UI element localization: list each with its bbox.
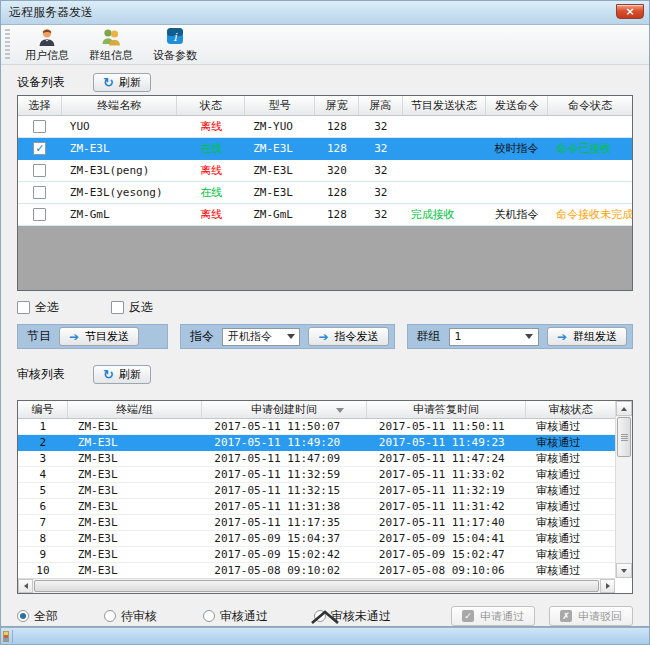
audit-table-row[interactable]: 5 ZM-E3L 2017-05-11 11:32:15 2017-05-11 … [18, 483, 615, 499]
status-chip-icon [3, 631, 9, 642]
audit-table-row[interactable]: 4 ZM-E3L 2017-05-11 11:32:59 2017-05-11 … [18, 467, 615, 483]
col-terminal-group[interactable]: 终端/组 [68, 401, 203, 418]
device-table-header: 选择 终端名称 状态 型号 屏宽 屏高 节目发送状态 发送命令 命令状态 [18, 96, 632, 116]
audit-table-row[interactable]: 9 ZM-E3L 2017-05-09 15:02:42 2017-05-09 … [18, 547, 615, 563]
approve-request-label: 申请通过 [480, 609, 524, 624]
device-table-row[interactable]: ZM-E3L(yesong) 在线 ZM-E3L 128 32 [18, 182, 632, 204]
collapse-chevron[interactable] [309, 610, 341, 628]
device-screen-height: 32 [359, 182, 403, 203]
device-status: 在线 [177, 182, 245, 203]
audit-table-row[interactable]: 7 ZM-E3L 2017-05-11 11:17:35 2017-05-11 … [18, 515, 615, 531]
triangle-up-icon [621, 407, 627, 411]
filter-all-radio[interactable]: 全部 [17, 608, 58, 625]
audit-table-row[interactable]: 1 ZM-E3L 2017-05-11 11:50:07 2017-05-11 … [18, 419, 615, 435]
reject-request-button[interactable]: ✗ 申请驳回 [549, 606, 633, 626]
scroll-up-button[interactable] [616, 401, 632, 416]
invert-selection-checkbox[interactable]: 反选 [111, 299, 153, 316]
group-panel: 群组 1 ➔ 群组发送 [407, 324, 633, 349]
title-bar[interactable]: 远程服务器发送 × [1, 1, 649, 25]
device-table-body: YUO 离线 ZM-YUO 128 32 ZM-E3L 在线 ZM [18, 116, 632, 226]
device-refresh-button[interactable]: ↻ 刷新 [93, 73, 151, 92]
audit-terminal: ZM-E3L [68, 547, 203, 562]
audit-number: 1 [18, 419, 68, 434]
invert-selection-label: 反选 [129, 299, 153, 316]
device-table-row[interactable]: ZM-E3L 在线 ZM-E3L 128 32 校时指令 命令已接收 [18, 138, 632, 160]
audit-created-time: 2017-05-11 11:31:38 [202, 499, 366, 514]
refresh-icon: ↻ [103, 76, 114, 89]
command-panel: 指令 开机指令 ➔ 指令发送 [180, 324, 395, 349]
audit-terminal: ZM-E3L [68, 467, 203, 482]
filter-approved-radio[interactable]: 审核通过 [203, 608, 268, 625]
device-model: ZM-E3L [245, 160, 315, 181]
device-command-status [548, 116, 632, 137]
audit-table-row[interactable]: 2 ZM-E3L 2017-05-11 11:49:20 2017-05-11 … [18, 435, 615, 451]
col-audit-status[interactable]: 审核状态 [526, 401, 615, 418]
col-command-status: 命令状态 [548, 96, 632, 115]
command-label: 指令 [190, 328, 214, 345]
device-row-checkbox[interactable] [33, 120, 46, 133]
command-select[interactable]: 开机指令 [222, 328, 300, 346]
select-all-checkbox[interactable]: 全选 [17, 299, 59, 316]
device-status: 离线 [177, 116, 245, 137]
refresh-label: 刷新 [119, 75, 141, 90]
device-row-checkbox[interactable] [33, 164, 46, 177]
device-name: ZM-E3L(yesong) [62, 182, 178, 203]
col-select: 选择 [18, 96, 62, 115]
program-send-label: 节目发送 [85, 329, 129, 344]
toolbar-item-group-info[interactable]: 群组信息 [82, 25, 140, 65]
device-row-checkbox[interactable] [33, 186, 46, 199]
audit-created-time: 2017-05-08 09:10:02 [202, 563, 366, 578]
scroll-down-button[interactable] [616, 563, 632, 578]
filter-pending-radio[interactable]: 待审核 [104, 608, 157, 625]
device-row-checkbox[interactable] [33, 142, 46, 155]
col-created-time[interactable]: 申请创建时间 [202, 401, 366, 418]
program-send-button[interactable]: ➔ 节目发送 [59, 327, 139, 346]
audit-table-row[interactable]: 3 ZM-E3L 2017-05-11 11:47:09 2017-05-11 … [18, 451, 615, 467]
audit-refresh-button[interactable]: ↻ 刷新 [93, 365, 151, 384]
audit-number: 9 [18, 547, 68, 562]
audit-table-row[interactable]: 10 ZM-E3L 2017-05-08 09:10:02 2017-05-08… [18, 563, 615, 579]
toolbar-item-device-params[interactable]: i 设备参数 [146, 25, 204, 65]
audit-created-time: 2017-05-11 11:49:20 [202, 435, 366, 450]
approve-check-icon: ✓ [462, 610, 474, 622]
device-table-row[interactable]: ZM-GmL 离线 ZM-GmL 128 32 完成接收 关机指令 命令接收未完… [18, 204, 632, 226]
audit-table-row[interactable]: 8 ZM-E3L 2017-05-09 15:04:37 2017-05-09 … [18, 531, 615, 547]
vertical-scroll-thumb[interactable] [617, 417, 631, 457]
horizontal-scrollbar[interactable] [18, 578, 615, 593]
close-button[interactable]: × [616, 4, 644, 19]
horizontal-scroll-thumb[interactable] [34, 580, 599, 592]
device-model: ZM-E3L [245, 182, 315, 203]
audit-status: 审核通过 [526, 531, 615, 546]
group-select[interactable]: 1 [449, 328, 539, 346]
toolbar-grip-handle[interactable] [5, 29, 10, 61]
device-name: YUO [62, 116, 178, 137]
col-reply-time[interactable]: 申请答复时间 [367, 401, 526, 418]
scroll-left-button[interactable] [18, 579, 33, 593]
col-screen-width: 屏宽 [315, 96, 359, 115]
device-send-command [486, 116, 548, 137]
filter-all-label: 全部 [34, 608, 58, 625]
send-arrow-icon: ➔ [318, 331, 328, 343]
audit-number: 7 [18, 515, 68, 530]
audit-table: 编号 终端/组 申请创建时间 申请答复时间 审核状态 1 ZM-E3L 2017… [17, 400, 633, 594]
col-model: 型号 [245, 96, 315, 115]
device-program-send-status [403, 116, 487, 137]
device-status: 离线 [177, 160, 245, 181]
thumb-grip-icon [621, 434, 628, 441]
device-table-row[interactable]: ZM-E3L(peng) 离线 ZM-E3L 320 32 [18, 160, 632, 182]
select-all-label: 全选 [35, 299, 59, 316]
audit-number: 10 [18, 563, 68, 578]
device-row-checkbox[interactable] [33, 208, 46, 221]
status-bar [1, 627, 649, 644]
group-send-button[interactable]: ➔ 群组发送 [547, 327, 627, 346]
col-number[interactable]: 编号 [18, 401, 68, 418]
audit-terminal: ZM-E3L [68, 483, 203, 498]
scroll-right-button[interactable] [600, 579, 615, 593]
device-table-row[interactable]: YUO 离线 ZM-YUO 128 32 [18, 116, 632, 138]
device-send-command [486, 160, 548, 181]
approve-request-button[interactable]: ✓ 申请通过 [451, 606, 535, 626]
vertical-scrollbar[interactable] [615, 401, 632, 578]
command-send-button[interactable]: ➔ 指令发送 [308, 327, 388, 346]
audit-table-row[interactable]: 6 ZM-E3L 2017-05-11 11:31:38 2017-05-11 … [18, 499, 615, 515]
toolbar-item-user-info[interactable]: 用户信息 [18, 25, 76, 65]
